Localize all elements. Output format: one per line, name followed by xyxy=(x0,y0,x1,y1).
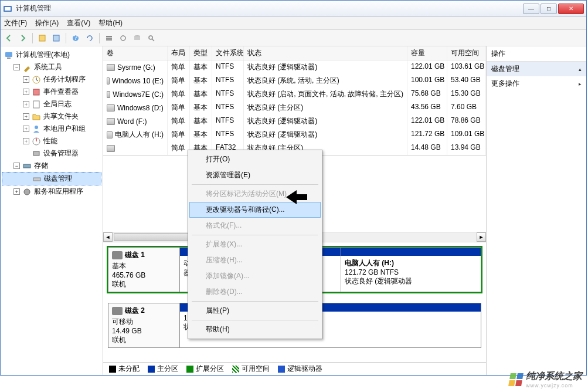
legend-logical: 逻辑驱动器 xyxy=(278,364,322,374)
svg-rect-11 xyxy=(134,36,140,40)
tree-performance[interactable]: +性能 xyxy=(2,135,101,147)
ctx-extend: 扩展卷(X)... xyxy=(189,236,321,252)
device-icon xyxy=(32,149,41,158)
col-type[interactable]: 类型 xyxy=(190,46,212,60)
actions-more[interactable]: 更多操作▸ xyxy=(487,76,586,91)
expand-icon[interactable]: + xyxy=(23,76,29,83)
disk-icon[interactable] xyxy=(131,32,143,44)
tree-services[interactable]: +服务和应用程序 xyxy=(2,185,101,198)
folder-icon xyxy=(32,112,41,121)
menu-file[interactable]: 文件(F) xyxy=(4,18,27,28)
chevron-right-icon: ▸ xyxy=(579,81,582,87)
ctx-open[interactable]: 打开(O) xyxy=(189,151,321,167)
title-bar[interactable]: 计算机管理 — □ ✕ xyxy=(1,1,586,17)
expand-icon[interactable]: + xyxy=(23,138,29,144)
legend-unallocated: 未分配 xyxy=(109,364,140,374)
svg-text:?: ? xyxy=(74,34,78,42)
expand-icon[interactable]: + xyxy=(23,89,29,95)
svg-rect-3 xyxy=(53,35,59,41)
expand-icon[interactable]: + xyxy=(23,101,29,107)
legend: 未分配 主分区 扩展分区 可用空间 逻辑驱动器 xyxy=(103,362,486,375)
menu-help[interactable]: 帮助(H) xyxy=(98,18,123,28)
context-menu: 打开(O) 资源管理器(E) 将分区标记为活动分区(M) 更改驱动器号和路径(C… xyxy=(188,150,322,339)
disk-mgmt-icon xyxy=(32,174,42,184)
actions-diskmgmt[interactable]: 磁盘管理▴ xyxy=(487,62,586,76)
tree-task-scheduler[interactable]: +任务计划程序 xyxy=(2,73,101,86)
tree-root[interactable]: 计算机管理(本地) xyxy=(2,49,101,61)
expand-icon[interactable]: + xyxy=(23,113,29,120)
tree-shared-folders[interactable]: +共享文件夹 xyxy=(2,110,101,123)
disk-1-info: 磁盘 1 基本 465.76 GB 联机 xyxy=(108,248,180,292)
partition-h[interactable]: 电脑人人有 (H:)121.72 GB NTFS状态良好 (逻辑驱动器 xyxy=(341,248,481,292)
find-icon[interactable] xyxy=(145,32,157,44)
svg-rect-23 xyxy=(33,178,40,181)
ctx-help[interactable]: 帮助(H) xyxy=(189,322,321,337)
back-icon[interactable] xyxy=(3,32,15,44)
navigation-tree: 计算机管理(本地) −系统工具 +任务计划程序 +事件查看器 +全局日志 +共享… xyxy=(1,46,103,375)
svg-rect-15 xyxy=(7,58,11,59)
storage-icon xyxy=(22,161,32,171)
refresh-icon[interactable] xyxy=(84,32,96,44)
svg-line-13 xyxy=(152,39,154,41)
tree-global-log[interactable]: +全局日志 xyxy=(2,98,101,110)
actions-header: 操作 xyxy=(487,46,586,62)
volume-row[interactable]: Word (F:)简单基本NTFS状态良好 (逻辑驱动器)122.01 GB78… xyxy=(103,114,486,128)
col-free[interactable]: 可用空间 xyxy=(447,46,486,60)
svg-rect-18 xyxy=(33,101,39,108)
expand-icon[interactable]: + xyxy=(13,188,20,195)
svg-point-24 xyxy=(24,189,30,195)
collapse-icon[interactable]: − xyxy=(13,163,20,169)
ctx-format: 格式化(F)... xyxy=(189,218,321,234)
col-filesystem[interactable]: 文件系统 xyxy=(212,46,244,60)
watermark-logo-icon xyxy=(508,373,524,386)
ctx-explorer[interactable]: 资源管理器(E) xyxy=(189,167,321,183)
services-icon xyxy=(22,187,32,197)
ctx-properties[interactable]: 属性(P) xyxy=(189,303,321,319)
menu-action[interactable]: 操作(A) xyxy=(35,18,59,28)
tree-disk-management[interactable]: 磁盘管理 xyxy=(2,172,101,185)
scroll-right-icon[interactable]: ► xyxy=(477,232,486,242)
volume-icon xyxy=(107,91,110,98)
legend-extended: 扩展分区 xyxy=(186,364,224,374)
menu-bar: 文件(F) 操作(A) 查看(V) 帮助(H) xyxy=(1,17,586,30)
svg-rect-6 xyxy=(106,36,112,37)
col-status[interactable]: 状态 xyxy=(244,46,407,60)
volume-icon xyxy=(107,64,115,71)
scroll-left-icon[interactable]: ◄ xyxy=(103,232,113,242)
svg-rect-2 xyxy=(39,35,45,41)
forward-icon[interactable] xyxy=(17,32,29,44)
legend-primary: 主分区 xyxy=(148,364,178,374)
volume-row[interactable]: Windows 10 (E:)简单基本NTFS状态良好 (系统, 活动, 主分区… xyxy=(103,74,486,87)
tree-local-users[interactable]: +本地用户和组 xyxy=(2,123,101,135)
annotation-arrow-icon xyxy=(285,189,308,207)
tree-storage[interactable]: −存储 xyxy=(2,160,101,172)
tree-system-tools[interactable]: −系统工具 xyxy=(2,61,101,73)
svg-rect-21 xyxy=(33,151,39,156)
collapse-icon[interactable]: − xyxy=(13,64,20,70)
minimize-button[interactable]: — xyxy=(523,4,539,14)
list-icon[interactable] xyxy=(103,32,115,44)
tree-event-viewer[interactable]: +事件查看器 xyxy=(2,86,101,98)
maximize-button[interactable]: □ xyxy=(541,4,557,14)
volume-row[interactable]: Windows8 (D:)简单基本NTFS状态良好 (主分区)43.56 GB7… xyxy=(103,101,486,114)
perf-icon xyxy=(32,137,41,146)
volume-row[interactable]: Windows7E (C:)简单基本NTFS状态良好 (启动, 页面文件, 活动… xyxy=(103,87,486,101)
up-icon[interactable] xyxy=(36,32,48,44)
svg-rect-14 xyxy=(5,52,12,57)
help-icon[interactable]: ? xyxy=(70,32,81,44)
svg-rect-1 xyxy=(5,7,11,11)
menu-view[interactable]: 查看(V) xyxy=(67,18,90,28)
volume-row[interactable]: Sysrme (G:)简单基本NTFS状态良好 (逻辑驱动器)122.01 GB… xyxy=(103,60,486,74)
col-capacity[interactable]: 容量 xyxy=(407,46,447,60)
col-volume[interactable]: 卷 xyxy=(103,46,168,60)
close-button[interactable]: ✕ xyxy=(558,4,584,14)
volume-row[interactable]: 电脑人人有 (H:)简单基本NTFS状态良好 (逻辑驱动器)121.72 GB1… xyxy=(103,128,486,141)
watermark-url: www.ycwjzy.com xyxy=(526,383,582,388)
expand-icon[interactable]: + xyxy=(23,126,29,132)
col-layout[interactable]: 布局 xyxy=(168,46,190,60)
computer-icon xyxy=(4,50,13,60)
properties-icon[interactable] xyxy=(50,32,62,44)
settings-icon[interactable] xyxy=(117,32,129,44)
volume-icon xyxy=(107,145,115,152)
tree-device-manager[interactable]: 设备管理器 xyxy=(2,147,101,160)
